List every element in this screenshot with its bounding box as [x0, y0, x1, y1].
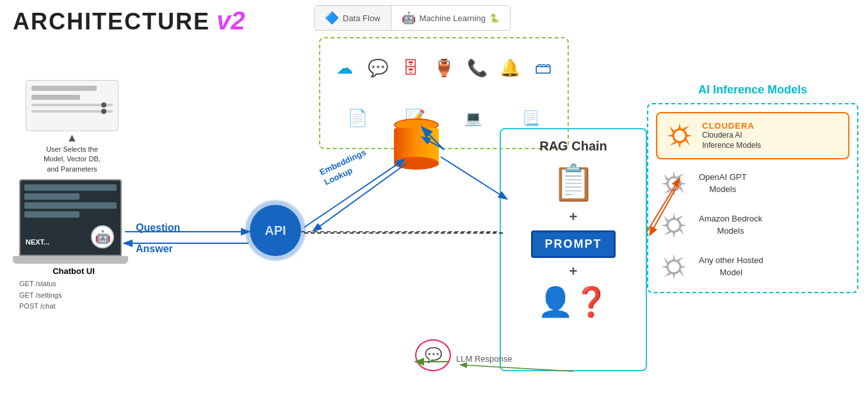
chatbot-label: Chatbot UI — [19, 266, 128, 276]
svg-line-5 — [441, 157, 506, 198]
laptop-screen: NEXT... 🤖 — [19, 179, 122, 256]
cylinder — [394, 118, 439, 170]
title-area: ARCHITECTURE v2 — [13, 6, 245, 35]
ml-icon: 🤖 — [402, 11, 416, 25]
svg-point-2 — [667, 219, 680, 232]
chat-icon: 💬 — [363, 54, 393, 83]
nextjs-badge: NEXT... — [26, 238, 49, 246]
svg-point-0 — [673, 129, 686, 142]
rag-plus-2: + — [569, 263, 578, 280]
user-selects-arrow: ▲ — [26, 131, 119, 145]
api-label: API — [265, 223, 286, 238]
bedrock-model-row: Amazon BedrockModels — [656, 207, 849, 243]
chatbot-endpoints: GET /statusGET /settingsPOST /chat — [19, 278, 128, 312]
tab-machine-learning[interactable]: 🤖 Machine Learning 🐍 — [391, 6, 510, 30]
user-selects-panel: ▲ User Selects theModel, Vector DB,and P… — [26, 80, 119, 174]
architecture-title: ARCHITECTURE — [13, 8, 210, 35]
api-hub: API — [250, 205, 301, 256]
openai-model-row: OpenAI GPTModels — [656, 166, 849, 201]
openai-gear-icon-container — [656, 166, 691, 201]
cloudera-model-row: CLOUDERA Cloudera AIInference Models — [656, 112, 849, 159]
slider-thumb-2 — [101, 109, 106, 114]
rag-doc-icon: 📋 — [552, 162, 596, 204]
ai-inference-panel: AI Inference Models CLOUDERA Cloud — [647, 83, 858, 293]
other-model-label: Any other HostedModel — [699, 255, 763, 278]
datastore-icon: 🏺 — [429, 54, 459, 83]
cylinder-bottom — [394, 157, 439, 170]
phone-icon: 📞 — [463, 54, 492, 83]
rag-plus-1: + — [569, 209, 578, 225]
screen-line-3 — [24, 202, 117, 209]
tab-data-flow[interactable]: 🔷 Data Flow — [315, 6, 391, 30]
laptop-base — [13, 256, 128, 264]
main-container: ARCHITECTURE v2 🔷 Data Flow 🤖 Machine Le… — [0, 0, 868, 402]
slider-track-1 — [31, 104, 113, 106]
user-selects-box — [26, 80, 119, 131]
other-gear-icon — [658, 251, 690, 283]
tab-ml-label: Machine Learning — [420, 13, 486, 23]
rag-chain-box: RAG Chain 📋 + PROMPT + 👤❓ — [500, 128, 647, 371]
cloudera-text: CLOUDERA Cloudera AIInference Models — [702, 121, 761, 150]
label-llm-response: LLM Response — [456, 354, 512, 364]
llm-response-bubble: 💬 — [415, 339, 451, 371]
user-selects-label: User Selects theModel, Vector DB,and Par… — [26, 145, 119, 174]
select-line-1 — [31, 86, 97, 91]
slider-track-2 — [31, 110, 113, 113]
api-circle: API — [250, 205, 301, 256]
chatbot-icon-overlay: 🤖 — [91, 225, 114, 248]
ai-panel-box: CLOUDERA Cloudera AIInference Models — [647, 103, 858, 293]
screen-line-4 — [24, 211, 79, 218]
bedrock-gear-icon — [658, 209, 690, 241]
slider-row-2 — [31, 110, 113, 113]
screen-line-1 — [24, 184, 117, 191]
sql-icon: 🗃 — [528, 54, 558, 83]
label-question: Question — [136, 222, 180, 234]
cloudera-logo: CLOUDERA — [702, 121, 761, 131]
bedrock-gear-icon-container — [656, 207, 691, 243]
chatbot-ui: NEXT... 🤖 Chatbot UI GET /statusGET /set… — [19, 179, 128, 312]
version-badge: v2 — [217, 6, 245, 35]
pdf-icon: 📄 — [343, 104, 372, 133]
user-query-icon: 👤❓ — [537, 285, 609, 319]
slack-icon: 🔔 — [495, 54, 525, 83]
top-tabs: 🔷 Data Flow 🤖 Machine Learning 🐍 — [314, 5, 511, 31]
azure-icon: 🗄 — [396, 54, 425, 83]
salesforce-icon: ☁ — [330, 54, 359, 83]
svg-point-1 — [667, 177, 680, 190]
label-answer: Answer — [136, 243, 173, 255]
slider-row-1 — [31, 104, 113, 106]
openai-model-label: OpenAI GPTModels — [699, 172, 746, 195]
dotted-line — [304, 232, 503, 234]
rag-chain-title: RAG Chain — [539, 139, 607, 154]
svg-point-3 — [667, 261, 680, 273]
cloudera-gear-icon — [664, 120, 696, 152]
cloudera-sub-label: Cloudera AIInference Models — [702, 131, 761, 150]
data-flow-icon: 🔷 — [325, 11, 339, 25]
select-line-2 — [31, 95, 80, 100]
other-gear-icon-container — [656, 249, 691, 284]
prompt-badge: PROMPT — [531, 230, 615, 258]
tab-data-flow-label: Data Flow — [343, 13, 381, 23]
response-bubble: 💬 — [415, 339, 451, 371]
screen-line-2 — [24, 193, 79, 200]
label-embeddings: EmbeddingsLookup — [318, 147, 373, 188]
bedrock-model-label: Amazon BedrockModels — [699, 213, 762, 236]
local-icon: 💻 — [458, 104, 487, 133]
ai-panel-title: AI Inference Models — [647, 83, 858, 97]
openai-gear-icon — [658, 168, 690, 200]
other-model-row: Any other HostedModel — [656, 249, 849, 284]
python-icon: 🐍 — [489, 13, 500, 23]
vector-db — [394, 118, 439, 170]
slider-thumb-1 — [101, 102, 106, 108]
